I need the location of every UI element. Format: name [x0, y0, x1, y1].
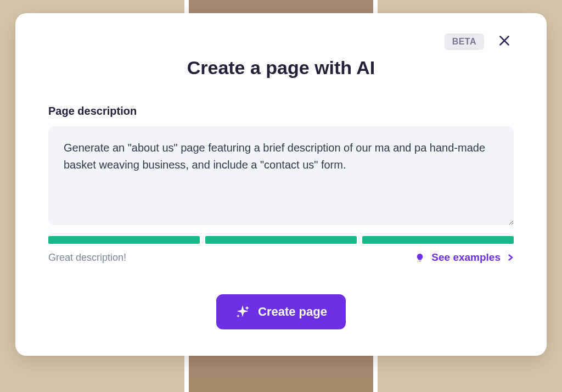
page-description-label: Page description [48, 105, 514, 117]
strength-segment [48, 236, 200, 244]
create-page-label: Create page [258, 305, 327, 319]
create-page-modal: BETA Create a page with AI Page descript… [15, 13, 547, 356]
chevron-right-icon [507, 251, 514, 264]
see-examples-label: See examples [431, 251, 501, 264]
close-button[interactable] [495, 31, 514, 53]
page-description-input[interactable] [48, 126, 514, 225]
close-icon [497, 33, 512, 51]
modal-header: BETA [48, 31, 514, 53]
create-page-button[interactable]: Create page [216, 294, 346, 329]
sparkle-icon [235, 304, 250, 320]
cta-row: Create page [48, 294, 514, 329]
description-feedback-row: Great description! See examples [48, 251, 514, 264]
modal-title: Create a page with AI [48, 57, 514, 79]
feedback-text: Great description! [48, 252, 126, 264]
description-strength-meter [48, 236, 514, 244]
strength-segment [205, 236, 357, 244]
strength-segment [362, 236, 514, 244]
beta-badge: BETA [445, 33, 484, 50]
lightbulb-icon [415, 253, 425, 262]
see-examples-link[interactable]: See examples [415, 251, 514, 264]
